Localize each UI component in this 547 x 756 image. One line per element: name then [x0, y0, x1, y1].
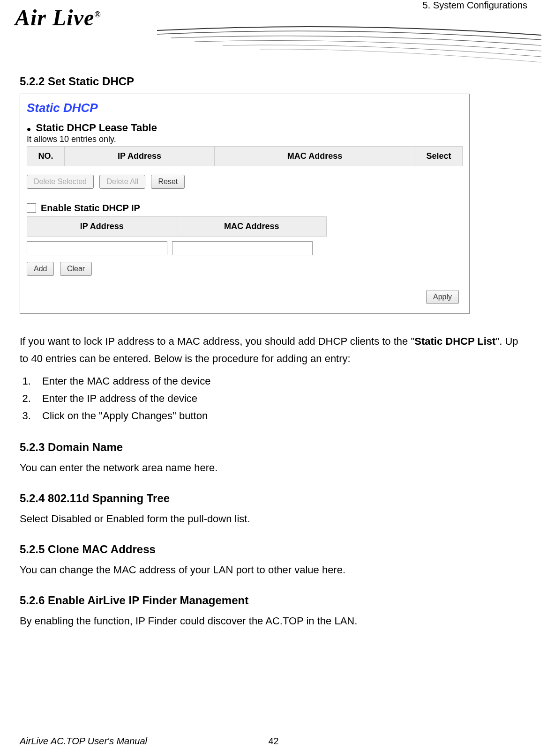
desc-526: By enabling the function, IP Finder coul…	[20, 613, 527, 629]
reset-button[interactable]: Reset	[151, 175, 185, 189]
logo-text: Air Live	[15, 5, 94, 30]
footer-manual: AirLive AC.TOP User's Manual	[20, 736, 147, 746]
enable-static-dhcp-checkbox[interactable]	[27, 203, 36, 213]
delete-all-button[interactable]: Delete All	[99, 175, 145, 189]
add-button[interactable]: Add	[27, 262, 54, 276]
mac-address-input[interactable]	[172, 241, 313, 255]
col-ip: IP Address	[65, 147, 215, 166]
screenshot-title: Static DHCP	[27, 101, 463, 115]
footer: AirLive AC.TOP User's Manual 42	[20, 736, 527, 747]
heading-523: 5.2.3 Domain Name	[20, 441, 527, 454]
intro-p1a: If you want to lock IP address to a MAC …	[20, 335, 414, 347]
enable-static-dhcp-label: Enable Static DHCP IP	[41, 203, 140, 214]
steps-list: Enter the MAC address of the device Ente…	[34, 372, 527, 425]
col-no: NO.	[27, 147, 65, 166]
apply-button[interactable]: Apply	[426, 290, 459, 304]
lease-table-header: NO. IP Address MAC Address Select	[27, 146, 463, 166]
apply-row: Apply	[27, 290, 463, 304]
heading-524: 5.2.4 802.11d Spanning Tree	[20, 492, 527, 505]
desc-523: You can enter the network area name here…	[20, 460, 527, 476]
desc-525: You can change the MAC address of your L…	[20, 562, 527, 578]
lease-table-heading: • Static DHCP Lease Table	[27, 122, 463, 134]
logo-reg: ®	[94, 10, 101, 19]
col-select: Select	[415, 147, 462, 166]
heading-526: 5.2.6 Enable AirLive IP Finder Managemen…	[20, 594, 527, 607]
ipmac-col-ip: IP Address	[27, 217, 177, 236]
ip-address-input[interactable]	[27, 241, 167, 255]
step-3a: Click on the "	[42, 410, 103, 422]
clear-button[interactable]: Clear	[60, 262, 92, 276]
heading-525: 5.2.5 Clone MAC Address	[20, 543, 527, 556]
lease-note: It allows 10 entries only.	[27, 134, 463, 144]
step-3b: Apply Changes	[103, 410, 172, 422]
screenshot-static-dhcp: Static DHCP • Static DHCP Lease Table It…	[20, 94, 470, 314]
desc-524: Select Disabled or Enabled form the pull…	[20, 511, 527, 527]
delete-selected-button[interactable]: Delete Selected	[27, 175, 94, 189]
intro-paragraph: If you want to lock IP address to a MAC …	[20, 333, 527, 368]
step-1: Enter the MAC address of the device	[34, 372, 527, 390]
lease-table-heading-text: Static DHCP Lease Table	[36, 122, 157, 133]
ipmac-input-row	[27, 241, 463, 255]
ipmac-header: IP Address MAC Address	[27, 216, 327, 237]
intro-p1b: Static DHCP List	[414, 335, 495, 347]
add-clear-row: Add Clear	[27, 262, 463, 276]
col-mac: MAC Address	[215, 147, 415, 166]
step-2: Enter the IP address of the device	[34, 390, 527, 407]
footer-page-number: 42	[268, 736, 278, 747]
lease-button-row: Delete Selected Delete All Reset	[27, 175, 463, 189]
ipmac-col-mac: MAC Address	[177, 217, 327, 236]
enable-static-dhcp-row: Enable Static DHCP IP	[27, 203, 463, 214]
logo: Air Live®	[15, 5, 101, 30]
chapter-label: 5. System Configurations	[423, 0, 527, 11]
step-3: Click on the "Apply Changes" button	[34, 407, 527, 424]
step-3c: " button	[172, 410, 208, 422]
decorative-swoosh	[157, 21, 541, 77]
